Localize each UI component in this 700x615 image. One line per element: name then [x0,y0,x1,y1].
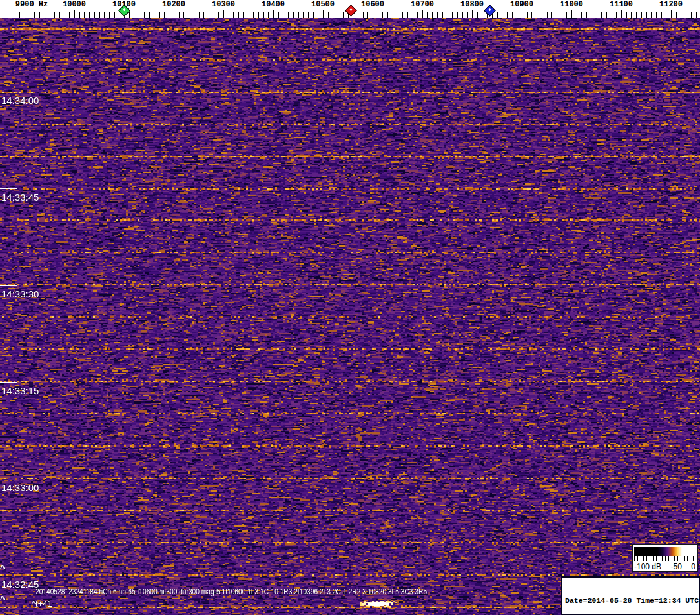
ruler-minor-tick [99,12,100,18]
info-date-time: Date=2014-05-28 Time=12:34 UTC [565,596,699,605]
ruler-minor-tick [149,12,150,18]
ruler-minor-tick [413,12,413,18]
ruler-major-tick [621,10,622,18]
ruler-major-tick [323,10,324,18]
ruler-minor-tick [203,12,204,18]
ruler-minor-tick [542,12,542,18]
freq-label: 10800 [460,0,484,9]
ruler-minor-tick [65,12,65,18]
ruler-minor-tick [253,12,254,18]
marker-core-dot [349,8,352,11]
ruler-minor-tick [631,12,632,18]
ruler-minor-tick [512,12,513,18]
scale-label-mid: -50 [671,563,682,571]
observation-info-box: Date=2014-05-28 Time=12:34 UTC Freq=143 … [561,576,700,615]
freq-label: 10500 [311,0,335,9]
ruler-minor-tick [387,12,388,18]
blue-marker-diamond-icon[interactable] [484,5,495,16]
ruler-minor-tick [268,12,269,18]
ruler-minor-tick [5,12,5,18]
ruler-minor-tick [288,12,289,18]
ruler-minor-tick [612,12,612,18]
ruler-minor-tick [437,12,438,18]
ruler-minor-tick [646,12,647,18]
ruler-minor-tick [402,12,403,18]
freq-label: 10900 [510,0,533,9]
ruler-minor-tick [144,12,145,18]
color-scale-labels: -100 dB -50 0 [634,563,695,571]
meteor-spectrogram-screen: 9900 Hz100001010010200103001040010500106… [0,0,700,615]
ruler-minor-tick [358,12,358,18]
ruler-minor-tick [606,12,607,18]
ruler-minor-tick [283,12,283,18]
ruler-minor-tick [592,12,592,18]
time-tick [0,479,17,479]
ruler-minor-tick [482,12,482,18]
freq-label: 10000 [63,0,86,9]
ruler-minor-tick [427,12,428,18]
ruler-minor-tick [656,12,657,18]
ruler-minor-tick [194,12,194,18]
ruler-minor-tick [119,12,119,18]
ruler-minor-tick [527,12,528,18]
ruler-minor-tick [586,12,587,18]
ruler-minor-tick [214,12,214,18]
ruler-minor-tick [382,12,383,18]
time-label: 14:33:15 [1,385,39,396]
time-tick [0,92,17,92]
ruler-minor-tick [551,12,552,18]
ruler-minor-tick [507,12,508,18]
ruler-major-tick [74,10,75,18]
ruler-minor-tick [303,12,304,18]
ruler-minor-tick [109,12,110,18]
red-marker-diamond-icon[interactable] [345,5,356,16]
ruler-minor-tick [378,12,378,18]
ruler-minor-tick [34,12,35,18]
freq-label: 11100 [610,0,633,9]
freq-label: 10200 [162,0,185,9]
ruler-minor-tick [367,12,368,18]
ruler-major-tick [522,10,522,18]
freq-label: 10300 [212,0,235,9]
ruler-minor-tick [169,12,169,18]
ruler-minor-tick [249,12,249,18]
ruler-minor-tick [229,12,229,18]
ruler-minor-tick [517,12,517,18]
spectrogram-waterfall-display [0,18,700,615]
ruler-minor-tick [183,12,184,18]
ruler-major-tick [223,10,224,18]
ruler-minor-tick [293,12,294,18]
ruler-minor-tick [393,12,393,18]
ruler-minor-tick [681,12,681,18]
ruler-minor-tick [79,12,80,18]
ruler-minor-tick [313,12,314,18]
ruler-minor-tick [318,12,318,18]
ruler-minor-tick [651,12,652,18]
ruler-minor-tick [69,12,70,18]
ruler-minor-tick [89,12,90,18]
frequency-ruler: 9900 Hz100001010010200103001040010500106… [0,0,700,18]
time-label: 14:33:00 [1,482,39,493]
ruler-minor-tick [94,12,95,18]
ruler-major-tick [472,10,473,18]
ruler-minor-tick [696,12,697,18]
marker-core-dot [488,8,491,11]
ruler-minor-tick [398,12,398,18]
ruler-minor-tick [30,12,30,18]
ruler-minor-tick [477,12,478,18]
ruler-minor-tick [209,12,209,18]
ruler-minor-tick [467,12,468,18]
scale-label-max: 0 [691,563,695,571]
ruler-minor-tick [139,12,139,18]
ruler-minor-tick [616,12,617,18]
ruler-minor-tick [537,12,537,18]
ruler-minor-tick [457,12,458,18]
ruler-minor-tick [278,12,279,18]
time-tick [0,382,17,383]
ruler-minor-tick [114,12,115,18]
ruler-minor-tick [59,12,60,18]
ruler-major-tick [571,10,572,18]
ruler-minor-tick [50,12,50,18]
ruler-minor-tick [661,12,662,18]
freq-label: 10700 [411,0,434,9]
